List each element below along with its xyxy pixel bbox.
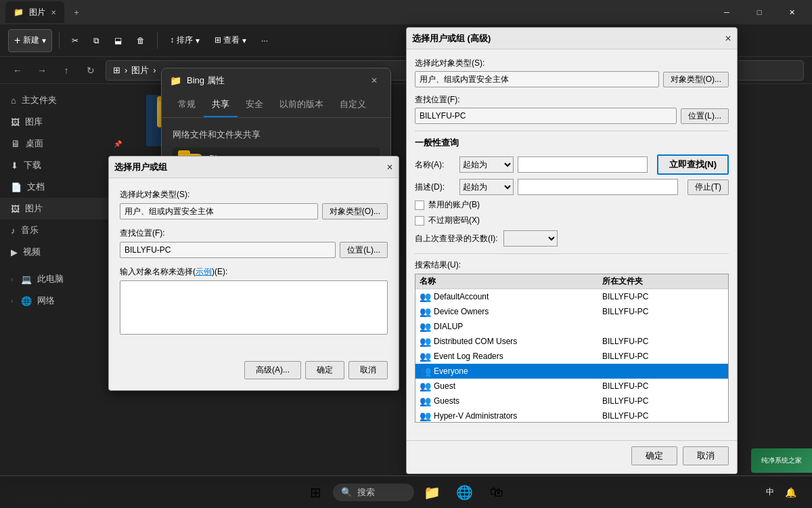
- search-results-table[interactable]: 名称 所在文件夹 👥 DefaultAccount BILLYFU-PC 👥 D…: [415, 274, 729, 423]
- location-label: 查找位置(F):: [120, 228, 388, 239]
- start-icon: ⊞: [310, 484, 321, 501]
- taskbar-store-button[interactable]: 🛍: [482, 479, 512, 506]
- taskbar-file-explorer-button[interactable]: 📁: [417, 479, 447, 506]
- col-location: 所在文件夹: [602, 276, 724, 287]
- location-button[interactable]: 位置(L)...: [340, 242, 388, 258]
- adv-no-expire-checkbox[interactable]: [415, 216, 424, 226]
- delete-button[interactable]: 🗑: [131, 29, 150, 52]
- taskbar-edge-icon: 🌐: [456, 484, 473, 501]
- bing-props-title-text: Bing 属性: [187, 75, 361, 87]
- adv-stop-button[interactable]: 停止(T): [687, 179, 729, 195]
- adv-days-select[interactable]: [503, 230, 558, 247]
- sidebar-item-home[interactable]: ⌂ 主文件夹: [0, 89, 135, 111]
- adv-object-type-input: 用户、组或内置安全主体: [415, 71, 659, 87]
- pictures-icon: 🖼: [11, 204, 20, 214]
- tab-share[interactable]: 共享: [204, 93, 238, 117]
- object-type-input: 用户、组或内置安全主体: [120, 203, 318, 219]
- results-cell-name-6: 👥 Guest: [420, 381, 602, 391]
- adv-disabled-checkbox[interactable]: [415, 200, 424, 210]
- sidebar-item-desktop[interactable]: 🖥 桌面 📌: [0, 133, 135, 154]
- taskbar-time: 中: [766, 486, 774, 498]
- user-icon-2: 👥: [420, 321, 431, 332]
- home-icon: ⌂: [11, 96, 16, 106]
- path-arrow: ›: [125, 65, 127, 75]
- more-button[interactable]: ···: [256, 29, 273, 52]
- adv-location-button[interactable]: 位置(L)...: [681, 108, 729, 124]
- taskbar: ⊞ 🔍 搜索 📁 🌐 🛍 中 🔔: [0, 475, 812, 508]
- new-tab-button[interactable]: +: [67, 3, 86, 22]
- example-link[interactable]: 示例: [196, 267, 212, 276]
- adv-name-input[interactable]: [518, 156, 648, 173]
- location-row: 查找位置(F): BILLYFU-PC 位置(L)...: [120, 228, 388, 258]
- results-cell-name-4: 👥 Event Log Readers: [420, 351, 602, 362]
- adv-desc-input[interactable]: [518, 179, 678, 195]
- results-row-0[interactable]: 👥 DefaultAccount BILLYFU-PC: [415, 289, 728, 304]
- window-controls: ─ □ ✕: [712, 1, 807, 23]
- tab-security[interactable]: 安全: [238, 93, 271, 117]
- adv-general-query-section: 一般性查询 名称(A): 起始为 立即查找(N) 描述(D): 起始为 停止(T…: [415, 137, 729, 247]
- copy-button[interactable]: ⧉: [88, 29, 105, 52]
- cut-button[interactable]: ✂: [66, 29, 84, 52]
- results-row-1[interactable]: 👥 Device Owners BILLYFU-PC: [415, 304, 728, 319]
- new-button[interactable]: + 新建 ▾: [8, 29, 52, 52]
- select-user-footer: 高级(A)... 确定 取消: [109, 356, 399, 390]
- select-user-cancel-button[interactable]: 取消: [348, 361, 388, 379]
- location-input-group: BILLYFU-PC 位置(L)...: [120, 242, 388, 258]
- advanced-close-button[interactable]: ✕: [725, 34, 731, 43]
- select-user-dialog: 选择用户或组 ✕ 选择此对象类型(S): 用户、组或内置安全主体 对象类型(O)…: [108, 156, 399, 391]
- results-row-6[interactable]: 👥 Guest BILLYFU-PC: [415, 379, 728, 394]
- adv-disabled-accounts-row: 禁用的账户(B): [415, 199, 729, 211]
- advanced-button[interactable]: 高级(A)...: [244, 361, 301, 379]
- view-button[interactable]: ⊞ 查看 ▾: [209, 29, 252, 52]
- tab-customize[interactable]: 自定义: [332, 93, 374, 117]
- taskbar-edge-button[interactable]: 🌐: [449, 479, 479, 506]
- results-row-3[interactable]: 👥 Distributed COM Users BILLYFU-PC: [415, 334, 728, 349]
- results-cell-name-2: 👥 DIALUP: [420, 321, 602, 332]
- explorer-tab[interactable]: 📁 图片 ✕: [5, 1, 64, 23]
- taskbar-store-icon: 🛍: [490, 484, 503, 500]
- adv-object-type-button[interactable]: 对象类型(O)...: [663, 72, 729, 87]
- sidebar-item-gallery[interactable]: 🖼 图库: [0, 111, 135, 133]
- adv-no-expire-label: 不过期密码(X): [428, 215, 480, 226]
- results-row-7[interactable]: 👥 Guests BILLYFU-PC: [415, 394, 728, 408]
- notification-button[interactable]: 🔔: [780, 479, 801, 506]
- results-row-2[interactable]: 👥 DIALUP: [415, 319, 728, 334]
- paste-button[interactable]: ⬓: [109, 29, 127, 52]
- downloads-icon: ⬇: [11, 161, 18, 171]
- results-cell-loc-7: BILLYFU-PC: [602, 396, 724, 406]
- object-type-button[interactable]: 对象类型(O)...: [322, 203, 388, 219]
- object-name-textarea[interactable]: [120, 280, 388, 335]
- select-user-ok-button[interactable]: 确定: [305, 361, 344, 379]
- sort-button[interactable]: ↕ 排序 ▾: [164, 29, 204, 52]
- advanced-cancel-button[interactable]: 取消: [683, 446, 729, 465]
- forward-button[interactable]: →: [32, 61, 51, 80]
- adv-name-select[interactable]: 起始为: [459, 156, 514, 173]
- results-row-8[interactable]: 👥 Hyper-V Administrators BILLYFU-PC: [415, 408, 728, 423]
- taskbar-search-box[interactable]: 🔍 搜索: [333, 484, 414, 501]
- maximize-button[interactable]: □: [744, 1, 774, 23]
- adv-desc-select[interactable]: 起始为: [459, 179, 514, 195]
- advanced-titlebar: 选择用户或组 (高级) ✕: [407, 28, 737, 49]
- back-button[interactable]: ←: [8, 61, 27, 80]
- more-icon: ···: [261, 36, 268, 45]
- tab-previous-versions[interactable]: 以前的版本: [271, 93, 332, 117]
- tab-close-icon[interactable]: ✕: [51, 9, 56, 16]
- network-expand-icon: ›: [11, 297, 13, 305]
- refresh-button[interactable]: ↻: [81, 61, 100, 80]
- results-row-5[interactable]: 👥 Everyone: [415, 364, 728, 379]
- delete-icon: 🗑: [137, 36, 145, 45]
- adv-location-input: BILLYFU-PC: [415, 108, 677, 124]
- close-button[interactable]: ✕: [777, 1, 807, 23]
- start-button[interactable]: ⊞: [300, 479, 330, 506]
- minimize-button[interactable]: ─: [712, 1, 742, 23]
- bing-props-close-button[interactable]: ✕: [366, 72, 382, 89]
- up-button[interactable]: ↑: [57, 61, 76, 80]
- results-row-4[interactable]: 👥 Event Log Readers BILLYFU-PC: [415, 349, 728, 364]
- tab-general[interactable]: 常规: [170, 93, 204, 117]
- adv-search-button[interactable]: 立即查找(N): [657, 154, 729, 175]
- watermark: 纯净系统之家: [751, 448, 812, 473]
- results-cell-name-1: 👥 Device Owners: [420, 306, 602, 317]
- select-user-close-button[interactable]: ✕: [386, 163, 393, 172]
- advanced-ok-button[interactable]: 确定: [631, 446, 677, 465]
- tab-icon: 📁: [14, 7, 24, 17]
